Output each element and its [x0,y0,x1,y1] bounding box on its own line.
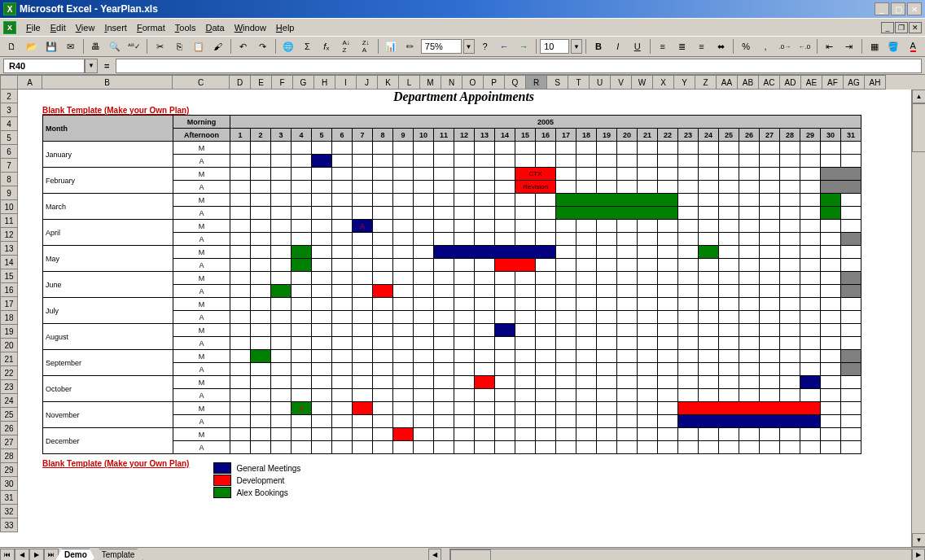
menu-window[interactable]: Window [230,21,271,34]
empty-cell[interactable] [556,441,576,454]
empty-cell[interactable] [576,376,597,389]
empty-cell[interactable] [678,168,699,181]
empty-cell[interactable] [576,350,597,363]
menu-data[interactable]: Data [200,21,229,34]
empty-cell[interactable] [515,389,536,402]
empty-cell[interactable] [454,142,475,155]
empty-cell[interactable] [353,181,373,194]
new-file-icon[interactable]: 🗋 [3,37,21,55]
appt-cell[interactable] [393,428,414,441]
empty-cell[interactable] [719,272,739,285]
empty-cell[interactable] [495,220,515,233]
underline-icon[interactable]: U [629,37,647,55]
empty-cell[interactable] [800,298,821,311]
empty-cell[interactable] [760,194,780,207]
empty-cell[interactable] [821,337,841,350]
hscroll-left-icon[interactable]: ◀ [428,549,441,561]
format-painter-icon[interactable]: 🖌 [209,37,227,55]
empty-cell[interactable] [475,337,495,350]
empty-cell[interactable] [638,272,658,285]
empty-cell[interactable] [800,363,821,376]
empty-cell[interactable] [719,324,739,337]
appt-cell[interactable] [292,246,312,259]
empty-cell[interactable] [739,311,760,324]
empty-cell[interactable] [760,233,780,246]
column-header-O[interactable]: O [463,75,484,90]
empty-cell[interactable] [841,376,861,389]
empty-cell[interactable] [638,168,658,181]
appt-cell[interactable] [678,402,821,415]
empty-cell[interactable] [353,441,373,454]
empty-cell[interactable] [393,259,414,272]
appt-cell[interactable] [841,350,861,363]
empty-cell[interactable] [699,389,719,402]
empty-cell[interactable] [373,389,393,402]
empty-cell[interactable] [821,428,841,441]
empty-cell[interactable] [699,155,719,168]
empty-cell[interactable] [373,246,393,259]
empty-cell[interactable] [515,428,536,441]
hyperlink-icon[interactable]: 🌐 [279,37,297,55]
row-header-3[interactable]: 3 [0,103,18,117]
empty-cell[interactable] [841,220,861,233]
empty-cell[interactable] [292,181,312,194]
empty-cell[interactable] [271,207,292,220]
empty-cell[interactable] [658,246,678,259]
empty-cell[interactable] [821,441,841,454]
appt-cell[interactable] [699,246,719,259]
empty-cell[interactable] [292,142,312,155]
empty-cell[interactable] [271,389,292,402]
font-size-dropdown-icon[interactable]: ▼ [571,39,582,54]
empty-cell[interactable] [251,324,271,337]
appt-cell[interactable] [841,272,861,285]
empty-cell[interactable] [699,259,719,272]
appt-cell[interactable] [800,376,821,389]
empty-cell[interactable] [495,285,515,298]
empty-cell[interactable] [271,311,292,324]
empty-cell[interactable] [821,376,841,389]
empty-cell[interactable] [373,259,393,272]
empty-cell[interactable] [495,181,515,194]
empty-cell[interactable] [576,363,597,376]
empty-cell[interactable] [638,246,658,259]
empty-cell[interactable] [841,194,861,207]
empty-cell[interactable] [292,350,312,363]
empty-cell[interactable] [617,363,638,376]
close-button[interactable]: ✕ [907,2,922,15]
zoom-input[interactable] [425,42,449,51]
empty-cell[interactable] [393,337,414,350]
empty-cell[interactable] [332,142,353,155]
empty-cell[interactable] [475,259,495,272]
empty-cell[interactable] [454,311,475,324]
empty-cell[interactable] [495,272,515,285]
empty-cell[interactable] [678,207,699,220]
empty-cell[interactable] [332,259,353,272]
empty-cell[interactable] [678,324,699,337]
empty-cell[interactable] [271,246,292,259]
empty-cell[interactable] [332,181,353,194]
empty-cell[interactable] [821,259,841,272]
empty-cell[interactable] [638,298,658,311]
empty-cell[interactable] [739,155,760,168]
blank-template-link[interactable]: Blank Template (Make your Own Plan) [42,106,885,115]
empty-cell[interactable] [414,402,434,415]
empty-cell[interactable] [271,324,292,337]
column-header-AE[interactable]: AE [801,75,822,90]
appt-cell[interactable] [271,285,292,298]
empty-cell[interactable] [312,259,332,272]
empty-cell[interactable] [576,142,597,155]
empty-cell[interactable] [739,376,760,389]
empty-cell[interactable] [576,441,597,454]
empty-cell[interactable] [821,350,841,363]
empty-cell[interactable] [536,220,556,233]
borders-icon[interactable]: ▦ [866,37,883,55]
empty-cell[interactable] [800,272,821,285]
empty-cell[interactable] [373,350,393,363]
column-header-V[interactable]: V [611,75,632,90]
empty-cell[interactable] [760,363,780,376]
empty-cell[interactable] [617,337,638,350]
empty-cell[interactable] [739,233,760,246]
appt-cell[interactable] [495,259,536,272]
empty-cell[interactable] [699,376,719,389]
empty-cell[interactable] [292,311,312,324]
